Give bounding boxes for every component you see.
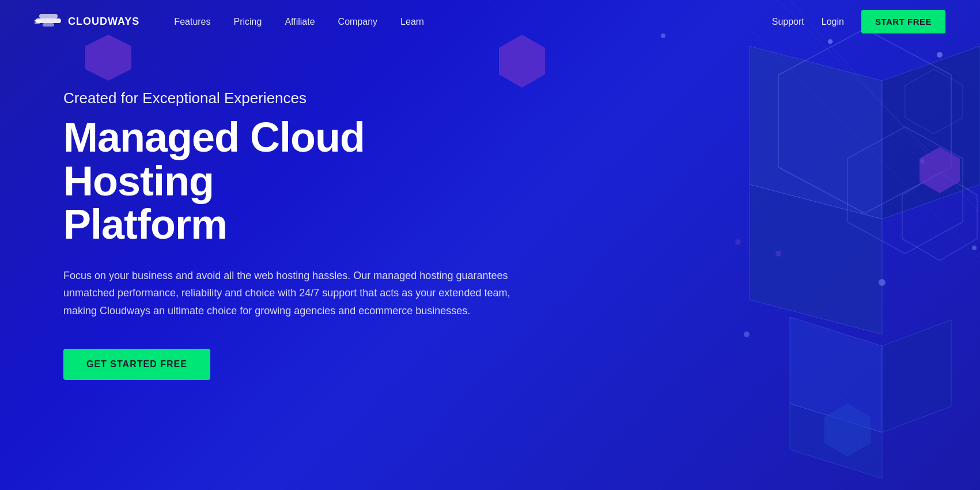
svg-point-16: [972, 246, 977, 250]
start-free-button[interactable]: START FREE: [861, 10, 945, 33]
hero-subtitle: Created for Exceptional Experiences: [63, 89, 513, 107]
nav-company[interactable]: Company: [338, 17, 377, 27]
logo[interactable]: CLOUDWAYS: [35, 12, 139, 32]
logo-text: CLOUDWAYS: [68, 16, 139, 28]
nav-pricing[interactable]: Pricing: [234, 17, 262, 27]
svg-marker-1: [882, 46, 980, 219]
svg-point-19: [744, 331, 750, 337]
get-started-button[interactable]: GET STARTED FREE: [63, 349, 210, 380]
nav-login[interactable]: Login: [822, 17, 844, 27]
hero-content: Created for Exceptional Experiences Mana…: [0, 43, 576, 426]
logo-icon: [35, 12, 62, 32]
hero-title: Managed Cloud Hosting Platform: [63, 116, 513, 247]
svg-point-17: [775, 251, 781, 257]
nav-affiliate[interactable]: Affiliate: [285, 17, 315, 27]
svg-rect-27: [43, 23, 54, 27]
hero-title-line1: Managed Cloud Hosting: [63, 114, 365, 204]
svg-rect-26: [39, 14, 58, 18]
nav-right: Support Login START FREE: [772, 10, 945, 33]
nav-support[interactable]: Support: [772, 17, 804, 27]
svg-point-24: [735, 239, 741, 245]
nav-features[interactable]: Features: [174, 17, 210, 27]
nav-links: Features Pricing Affiliate Company Learn: [174, 17, 771, 27]
svg-point-15: [879, 279, 886, 286]
navigation: CLOUDWAYS Features Pricing Affiliate Com…: [0, 0, 980, 43]
hero-section: CLOUDWAYS Features Pricing Affiliate Com…: [0, 0, 980, 490]
hero-title-line2: Platform: [63, 201, 227, 247]
nav-learn[interactable]: Learn: [400, 17, 424, 27]
svg-point-14: [937, 52, 943, 58]
hero-description: Focus on your business and avoid all the…: [63, 267, 513, 320]
svg-marker-4: [882, 320, 951, 432]
